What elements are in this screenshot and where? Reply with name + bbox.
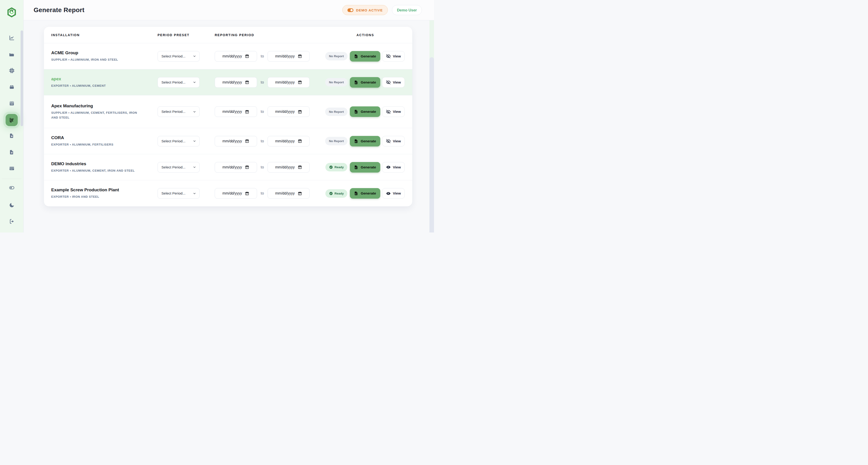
view-button[interactable]: View <box>382 51 405 62</box>
period-preset-select[interactable]: Select Period... <box>158 77 199 88</box>
reporting-period-cell: mm/dd/yyyy to mm/dd/yyyy <box>215 107 311 117</box>
start-date-value: mm/dd/yyyy <box>222 191 242 196</box>
calendar-picker-icon[interactable] <box>298 54 302 58</box>
table-row: apex EXPORTER • ALUMINIUM, CEMENT Select… <box>44 69 412 95</box>
chevron-down-icon <box>193 110 196 114</box>
calendar-picker-icon[interactable] <box>245 54 249 58</box>
generate-button[interactable]: Generate <box>350 136 380 146</box>
view-button[interactable]: View <box>382 188 405 199</box>
sidebar-item-packages[interactable] <box>0 84 23 90</box>
col-header-period-preset: PERIOD PRESET <box>158 33 190 37</box>
period-preset-select[interactable]: Select Period... <box>158 107 199 117</box>
period-preset-cell: Select Period... <box>150 107 215 117</box>
period-preset-select[interactable]: Select Period... <box>158 162 199 173</box>
view-button[interactable]: View <box>382 162 405 173</box>
sidebar-item-dark-mode[interactable] <box>0 202 23 208</box>
reporting-period-cell: mm/dd/yyyy to mm/dd/yyyy <box>215 136 311 146</box>
file-export-icon <box>354 80 359 85</box>
sidebar-item-periods[interactable] <box>0 100 23 106</box>
date-range-to-label: to <box>261 165 264 170</box>
start-date-input[interactable]: mm/dd/yyyy <box>215 162 257 173</box>
calendar-picker-icon[interactable] <box>298 191 302 196</box>
calendar-picker-icon[interactable] <box>245 165 249 169</box>
reporting-period-cell: mm/dd/yyyy to mm/dd/yyyy <box>215 162 311 173</box>
generate-button[interactable]: Generate <box>350 77 380 88</box>
sidebar-item-demo-toggle[interactable] <box>0 185 23 191</box>
eye-icon <box>386 165 391 170</box>
status-badge: Ready <box>326 189 347 198</box>
period-preset-select[interactable]: Select Period... <box>158 136 199 146</box>
user-button[interactable]: Demo User <box>392 5 422 15</box>
view-button[interactable]: View <box>382 77 405 88</box>
end-date-input[interactable]: mm/dd/yyyy <box>268 188 310 199</box>
calendar-picker-icon[interactable] <box>298 139 302 143</box>
period-preset-select[interactable]: Select Period... <box>158 188 199 199</box>
demo-active-badge[interactable]: DEMO ACTIVE <box>342 5 388 15</box>
period-preset-select[interactable]: Select Period... <box>158 51 199 62</box>
sidebar-item-analytics[interactable] <box>0 35 23 41</box>
installation-name: Apex Manufacturing <box>51 104 150 109</box>
chevron-down-icon <box>193 55 196 58</box>
generate-button[interactable]: Generate <box>350 162 380 173</box>
page-scrollbar-track <box>429 20 434 233</box>
calendar-picker-icon[interactable] <box>298 80 302 84</box>
end-date-input[interactable]: mm/dd/yyyy <box>268 77 310 88</box>
start-date-input[interactable]: mm/dd/yyyy <box>215 136 257 146</box>
start-date-input[interactable]: mm/dd/yyyy <box>215 188 257 199</box>
installation-name: Example Screw Production Plant <box>51 187 150 193</box>
sidebar-item-logout[interactable] <box>0 219 23 224</box>
start-date-input[interactable]: mm/dd/yyyy <box>215 51 257 62</box>
sidebar <box>0 0 24 233</box>
status-badge: No Report <box>325 78 347 87</box>
calendar-icon <box>9 100 14 106</box>
sidebar-scrollbar[interactable] <box>21 30 23 126</box>
app-logo[interactable] <box>0 7 23 18</box>
calendar-picker-icon[interactable] <box>245 139 249 143</box>
page-header: Generate Report DEMO ACTIVE Demo User <box>24 0 434 20</box>
end-date-input[interactable]: mm/dd/yyyy <box>268 51 310 62</box>
start-date-input[interactable]: mm/dd/yyyy <box>215 107 257 117</box>
sidebar-item-billing[interactable] <box>0 166 23 171</box>
calendar-picker-icon[interactable] <box>245 110 249 114</box>
date-range-to-label: to <box>261 54 264 59</box>
start-date-input[interactable]: mm/dd/yyyy <box>215 77 257 88</box>
sidebar-item-file-upload[interactable] <box>0 149 23 155</box>
file-export-icon <box>354 191 359 196</box>
actions-cell: Generate <box>350 107 405 117</box>
installation-cell: Apex Manufacturing SUPPLIER • ALUMINIUM,… <box>44 104 150 120</box>
end-date-input[interactable]: mm/dd/yyyy <box>268 136 310 146</box>
calendar-picker-icon[interactable] <box>298 165 302 169</box>
content-area: INSTALLATION PERIOD PRESET REPORTING PER… <box>24 20 434 233</box>
sidebar-item-reports-active[interactable] <box>6 114 18 126</box>
installation-subtitle: EXPORTER • ALUMINIUM, CEMENT <box>51 84 143 88</box>
view-button[interactable]: View <box>382 136 405 146</box>
view-button[interactable]: View <box>382 107 405 117</box>
period-preset-cell: Select Period... <box>150 136 215 146</box>
file-export-icon <box>354 165 359 170</box>
start-date-value: mm/dd/yyyy <box>222 110 242 114</box>
generate-button[interactable]: Generate <box>350 51 380 62</box>
view-button-label: View <box>393 165 401 169</box>
period-preset-value: Select Period... <box>161 191 185 196</box>
chevron-down-icon <box>193 192 196 195</box>
calendar-picker-icon[interactable] <box>245 191 249 196</box>
start-date-value: mm/dd/yyyy <box>222 165 242 169</box>
generate-button[interactable]: Generate <box>350 107 380 117</box>
calendar-picker-icon[interactable] <box>298 110 302 114</box>
file-export-icon <box>354 109 359 114</box>
period-preset-value: Select Period... <box>161 110 185 114</box>
end-date-input[interactable]: mm/dd/yyyy <box>268 162 310 173</box>
eye-icon <box>386 191 391 196</box>
calendar-picker-icon[interactable] <box>245 80 249 84</box>
table-row: CORA EXPORTER • ALUMINIUM, FERTILISERS S… <box>44 128 412 154</box>
logout-icon <box>9 219 14 224</box>
end-date-input[interactable]: mm/dd/yyyy <box>268 107 310 117</box>
header-right: DEMO ACTIVE Demo User <box>342 5 422 15</box>
factory-icon <box>9 51 14 57</box>
chevron-down-icon <box>193 81 196 84</box>
sidebar-item-file-exclude[interactable] <box>0 133 23 139</box>
sidebar-item-installations[interactable] <box>0 51 23 57</box>
page-scrollbar-thumb[interactable] <box>429 57 434 233</box>
sidebar-item-devices[interactable] <box>0 68 23 74</box>
generate-button[interactable]: Generate <box>350 188 380 199</box>
